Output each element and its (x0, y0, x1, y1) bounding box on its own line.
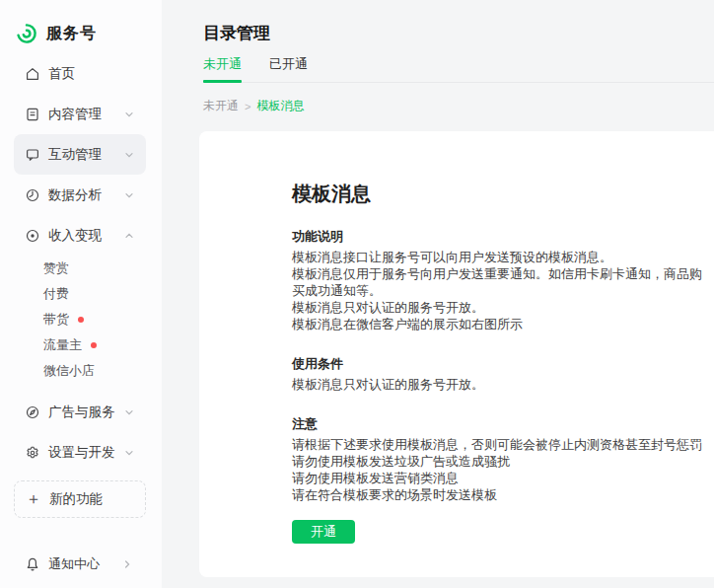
sidebar-item-settings-dev[interactable]: 设置与开发 (14, 432, 146, 473)
section-heading: 使用条件 (292, 355, 714, 373)
new-feature-label: 新的功能 (49, 490, 103, 508)
breadcrumb-parent[interactable]: 未开通 (203, 98, 239, 114)
subitem-label: 流量主 (43, 336, 82, 354)
bell-icon (25, 556, 40, 572)
chevron-down-icon (124, 110, 134, 119)
section-line: 请在符合模板要求的场景时发送模板 (292, 486, 714, 503)
section-line: 模板消息仅用于服务号向用户发送重要通知。如信用卡刷卡通知，商品购买成功通知等。 (292, 265, 714, 299)
sidebar-item-income-monetization[interactable]: 收入变现 (14, 215, 146, 256)
sidebar-subitem-goods-selling[interactable]: 带货 (14, 307, 146, 332)
sidebar-subitem-paid-content[interactable]: 付费 (14, 281, 146, 307)
subitem-label: 带货 (43, 311, 69, 329)
sidebar-item-label: 数据分析 (48, 186, 102, 204)
section-heading: 注意 (292, 415, 714, 433)
sidebar-item-label: 收入变现 (48, 227, 102, 245)
gear-icon (25, 445, 40, 461)
page-header: 目录管理 未开通 已开通 未开通 > 模板消息 (162, 0, 714, 114)
brand-header: 服务号 (0, 0, 162, 48)
content-card: 模板消息 功能说明 模板消息接口让服务号可以向用户发送预设的模板消息。 模板消息… (199, 131, 714, 577)
red-dot-badge (78, 317, 84, 323)
sidebar-item-interaction-management[interactable]: 互动管理 (14, 134, 146, 175)
home-icon (25, 66, 40, 82)
sidebar-item-data-analysis[interactable]: 数据分析 (14, 175, 146, 215)
section-heading: 功能说明 (292, 228, 714, 246)
notice-center-label: 通知中心 (48, 555, 100, 573)
new-feature-button[interactable]: ＋ 新的功能 (14, 480, 146, 518)
sidebar: 服务号 首页 内容管理 (0, 0, 162, 588)
page-title: 目录管理 (203, 23, 714, 44)
section-line: 模板消息接口让服务号可以向用户发送预设的模板消息。 (292, 249, 714, 265)
tab-bar: 未开通 已开通 (203, 54, 714, 83)
chat-icon (25, 147, 40, 163)
chevron-down-icon (124, 150, 134, 160)
sidebar-item-label: 广告与服务 (48, 404, 115, 421)
section-line: 请勿使用模板发送垃圾广告或造成骚扰 (292, 453, 714, 470)
breadcrumb: 未开通 > 模板消息 (203, 98, 714, 114)
sidebar-item-label: 互动管理 (48, 146, 102, 164)
red-dot-badge (91, 342, 97, 348)
chevron-down-icon (124, 407, 134, 417)
sidebar-item-label: 首页 (48, 65, 75, 83)
pie-chart-icon (25, 187, 40, 203)
brand-logo-icon (16, 23, 37, 44)
sidebar-nav: 首页 内容管理 互动管理 (0, 53, 162, 518)
sidebar-item-home[interactable]: 首页 (14, 53, 146, 94)
section-line: 请根据下述要求使用模板消息，否则可能会被停止内测资格甚至封号惩罚 (292, 436, 714, 453)
tab-unopened[interactable]: 未开通 (203, 54, 242, 82)
main-area: 目录管理 未开通 已开通 未开通 > 模板消息 模板消息 功能说明 模板消息接口… (162, 0, 714, 588)
section-line: 模板消息在微信客户端的展示如右图所示 (292, 316, 714, 332)
section-usage-condition: 使用条件 模板消息只对认证的服务号开放。 (292, 355, 714, 393)
section-feature-description: 功能说明 模板消息接口让服务号可以向用户发送预设的模板消息。 模板消息仅用于服务… (292, 228, 714, 332)
sidebar-subitem-appreciation[interactable]: 赞赏 (14, 256, 146, 281)
target-icon (25, 228, 40, 244)
sidebar-item-label: 内容管理 (48, 106, 102, 123)
section-line: 模板消息只对认证的服务号开放。 (292, 376, 714, 393)
tab-opened[interactable]: 已开通 (269, 54, 308, 82)
sidebar-item-content-management[interactable]: 内容管理 (14, 94, 146, 134)
subitem-label: 微信小店 (43, 362, 95, 380)
chevron-up-icon (124, 231, 134, 241)
open-button[interactable]: 开通 (292, 520, 355, 544)
section-line: 请勿使用模板发送营销类消息 (292, 470, 714, 486)
sidebar-item-label: 设置与开发 (48, 444, 115, 462)
sidebar-item-ads-services[interactable]: 广告与服务 (14, 392, 146, 432)
chevron-right-icon (122, 559, 132, 569)
breadcrumb-current: 模板消息 (256, 98, 304, 114)
section-line: 模板消息只对认证的服务号开放。 (292, 299, 714, 316)
subitem-label: 付费 (43, 285, 69, 303)
compass-icon (25, 404, 40, 420)
section-notice: 注意 请根据下述要求使用模板消息，否则可能会被停止内测资格甚至封号惩罚 请勿使用… (292, 415, 714, 503)
breadcrumb-separator: > (245, 101, 250, 112)
content-title: 模板消息 (292, 182, 714, 205)
sidebar-subitem-wechat-store[interactable]: 微信小店 (14, 358, 146, 384)
document-icon (25, 107, 40, 122)
notice-center-item[interactable]: 通知中心 (0, 545, 162, 584)
plus-icon: ＋ (26, 491, 41, 507)
chevron-down-icon (124, 448, 134, 458)
sidebar-subitem-traffic-monetize[interactable]: 流量主 (14, 332, 146, 358)
subitem-label: 赞赏 (43, 259, 69, 277)
brand-name: 服务号 (46, 24, 97, 44)
chevron-down-icon (124, 190, 134, 200)
